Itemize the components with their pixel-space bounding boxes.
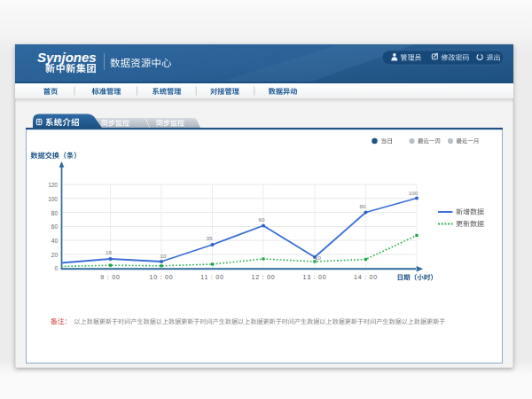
svg-text:35: 35 (207, 235, 213, 241)
svg-text:100: 100 (48, 196, 58, 202)
svg-text:20: 20 (51, 252, 59, 258)
svg-text:12 : 00: 12 : 00 (251, 274, 275, 280)
svg-text:9 : 00: 9 : 00 (100, 274, 120, 280)
svg-text:18: 18 (106, 249, 112, 255)
svg-text:100: 100 (409, 190, 419, 196)
svg-text:80: 80 (51, 210, 59, 216)
svg-text:0: 0 (54, 265, 58, 271)
svg-text:13 : 00: 13 : 00 (302, 274, 326, 280)
svg-text:Synjones: Synjones (37, 50, 97, 65)
svg-text:60: 60 (259, 216, 265, 223)
svg-text:11 : 00: 11 : 00 (200, 274, 224, 280)
svg-text:14 : 00: 14 : 00 (354, 274, 378, 280)
svg-text:80: 80 (360, 203, 366, 209)
svg-text:60: 60 (51, 223, 59, 230)
svg-text:10: 10 (315, 254, 321, 261)
svg-text:10 : 00: 10 : 00 (149, 274, 173, 280)
svg-text:120: 120 (48, 182, 58, 188)
svg-text:40: 40 (51, 238, 59, 244)
svg-text:10: 10 (160, 253, 167, 259)
